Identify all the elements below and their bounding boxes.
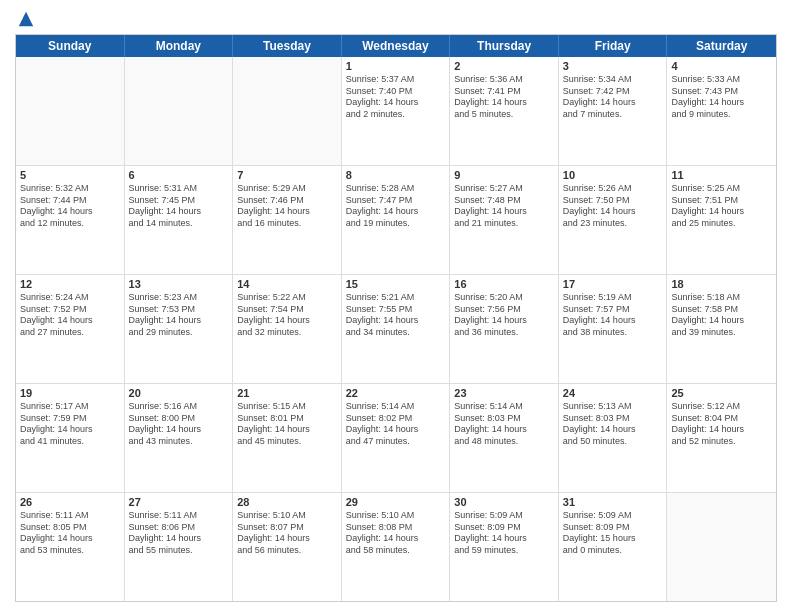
day-cell-17: 17Sunrise: 5:19 AM Sunset: 7:57 PM Dayli…: [559, 275, 668, 383]
day-number: 3: [563, 60, 663, 72]
cell-info: Sunrise: 5:10 AM Sunset: 8:07 PM Dayligh…: [237, 510, 337, 557]
day-number: 7: [237, 169, 337, 181]
day-cell-7: 7Sunrise: 5:29 AM Sunset: 7:46 PM Daylig…: [233, 166, 342, 274]
day-cell-3: 3Sunrise: 5:34 AM Sunset: 7:42 PM Daylig…: [559, 57, 668, 165]
day-number: 13: [129, 278, 229, 290]
cell-info: Sunrise: 5:24 AM Sunset: 7:52 PM Dayligh…: [20, 292, 120, 339]
cell-info: Sunrise: 5:29 AM Sunset: 7:46 PM Dayligh…: [237, 183, 337, 230]
day-number: 11: [671, 169, 772, 181]
cell-info: Sunrise: 5:16 AM Sunset: 8:00 PM Dayligh…: [129, 401, 229, 448]
day-cell-1: 1Sunrise: 5:37 AM Sunset: 7:40 PM Daylig…: [342, 57, 451, 165]
cell-info: Sunrise: 5:18 AM Sunset: 7:58 PM Dayligh…: [671, 292, 772, 339]
svg-marker-0: [19, 12, 33, 26]
day-cell-2: 2Sunrise: 5:36 AM Sunset: 7:41 PM Daylig…: [450, 57, 559, 165]
empty-cell: [667, 493, 776, 601]
day-number: 25: [671, 387, 772, 399]
day-number: 23: [454, 387, 554, 399]
day-cell-15: 15Sunrise: 5:21 AM Sunset: 7:55 PM Dayli…: [342, 275, 451, 383]
day-cell-5: 5Sunrise: 5:32 AM Sunset: 7:44 PM Daylig…: [16, 166, 125, 274]
cell-info: Sunrise: 5:22 AM Sunset: 7:54 PM Dayligh…: [237, 292, 337, 339]
cell-info: Sunrise: 5:27 AM Sunset: 7:48 PM Dayligh…: [454, 183, 554, 230]
day-cell-25: 25Sunrise: 5:12 AM Sunset: 8:04 PM Dayli…: [667, 384, 776, 492]
cell-info: Sunrise: 5:37 AM Sunset: 7:40 PM Dayligh…: [346, 74, 446, 121]
weekday-header-monday: Monday: [125, 35, 234, 57]
day-cell-4: 4Sunrise: 5:33 AM Sunset: 7:43 PM Daylig…: [667, 57, 776, 165]
cell-info: Sunrise: 5:15 AM Sunset: 8:01 PM Dayligh…: [237, 401, 337, 448]
day-number: 9: [454, 169, 554, 181]
cell-info: Sunrise: 5:33 AM Sunset: 7:43 PM Dayligh…: [671, 74, 772, 121]
weekday-header-thursday: Thursday: [450, 35, 559, 57]
day-cell-9: 9Sunrise: 5:27 AM Sunset: 7:48 PM Daylig…: [450, 166, 559, 274]
week-row-3: 12Sunrise: 5:24 AM Sunset: 7:52 PM Dayli…: [16, 275, 776, 384]
day-cell-26: 26Sunrise: 5:11 AM Sunset: 8:05 PM Dayli…: [16, 493, 125, 601]
header: [15, 10, 777, 28]
cell-info: Sunrise: 5:14 AM Sunset: 8:02 PM Dayligh…: [346, 401, 446, 448]
week-row-4: 19Sunrise: 5:17 AM Sunset: 7:59 PM Dayli…: [16, 384, 776, 493]
day-number: 6: [129, 169, 229, 181]
day-cell-19: 19Sunrise: 5:17 AM Sunset: 7:59 PM Dayli…: [16, 384, 125, 492]
cell-info: Sunrise: 5:12 AM Sunset: 8:04 PM Dayligh…: [671, 401, 772, 448]
day-cell-28: 28Sunrise: 5:10 AM Sunset: 8:07 PM Dayli…: [233, 493, 342, 601]
day-number: 21: [237, 387, 337, 399]
day-number: 20: [129, 387, 229, 399]
week-row-2: 5Sunrise: 5:32 AM Sunset: 7:44 PM Daylig…: [16, 166, 776, 275]
day-number: 22: [346, 387, 446, 399]
day-cell-22: 22Sunrise: 5:14 AM Sunset: 8:02 PM Dayli…: [342, 384, 451, 492]
day-cell-27: 27Sunrise: 5:11 AM Sunset: 8:06 PM Dayli…: [125, 493, 234, 601]
weekday-header-tuesday: Tuesday: [233, 35, 342, 57]
day-cell-14: 14Sunrise: 5:22 AM Sunset: 7:54 PM Dayli…: [233, 275, 342, 383]
day-cell-8: 8Sunrise: 5:28 AM Sunset: 7:47 PM Daylig…: [342, 166, 451, 274]
empty-cell: [125, 57, 234, 165]
day-cell-10: 10Sunrise: 5:26 AM Sunset: 7:50 PM Dayli…: [559, 166, 668, 274]
cell-info: Sunrise: 5:19 AM Sunset: 7:57 PM Dayligh…: [563, 292, 663, 339]
day-cell-30: 30Sunrise: 5:09 AM Sunset: 8:09 PM Dayli…: [450, 493, 559, 601]
day-cell-16: 16Sunrise: 5:20 AM Sunset: 7:56 PM Dayli…: [450, 275, 559, 383]
day-cell-18: 18Sunrise: 5:18 AM Sunset: 7:58 PM Dayli…: [667, 275, 776, 383]
empty-cell: [233, 57, 342, 165]
page: SundayMondayTuesdayWednesdayThursdayFrid…: [0, 0, 792, 612]
cell-info: Sunrise: 5:20 AM Sunset: 7:56 PM Dayligh…: [454, 292, 554, 339]
cell-info: Sunrise: 5:09 AM Sunset: 8:09 PM Dayligh…: [454, 510, 554, 557]
day-number: 30: [454, 496, 554, 508]
logo-icon: [17, 10, 35, 28]
day-cell-23: 23Sunrise: 5:14 AM Sunset: 8:03 PM Dayli…: [450, 384, 559, 492]
cell-info: Sunrise: 5:21 AM Sunset: 7:55 PM Dayligh…: [346, 292, 446, 339]
weekday-header-friday: Friday: [559, 35, 668, 57]
day-number: 18: [671, 278, 772, 290]
logo: [15, 10, 35, 28]
cell-info: Sunrise: 5:26 AM Sunset: 7:50 PM Dayligh…: [563, 183, 663, 230]
day-number: 2: [454, 60, 554, 72]
cell-info: Sunrise: 5:17 AM Sunset: 7:59 PM Dayligh…: [20, 401, 120, 448]
day-number: 19: [20, 387, 120, 399]
day-number: 8: [346, 169, 446, 181]
day-number: 16: [454, 278, 554, 290]
calendar-header: SundayMondayTuesdayWednesdayThursdayFrid…: [16, 35, 776, 57]
day-number: 1: [346, 60, 446, 72]
cell-info: Sunrise: 5:11 AM Sunset: 8:06 PM Dayligh…: [129, 510, 229, 557]
cell-info: Sunrise: 5:34 AM Sunset: 7:42 PM Dayligh…: [563, 74, 663, 121]
day-number: 24: [563, 387, 663, 399]
cell-info: Sunrise: 5:10 AM Sunset: 8:08 PM Dayligh…: [346, 510, 446, 557]
week-row-5: 26Sunrise: 5:11 AM Sunset: 8:05 PM Dayli…: [16, 493, 776, 601]
cell-info: Sunrise: 5:11 AM Sunset: 8:05 PM Dayligh…: [20, 510, 120, 557]
day-cell-24: 24Sunrise: 5:13 AM Sunset: 8:03 PM Dayli…: [559, 384, 668, 492]
day-cell-6: 6Sunrise: 5:31 AM Sunset: 7:45 PM Daylig…: [125, 166, 234, 274]
cell-info: Sunrise: 5:13 AM Sunset: 8:03 PM Dayligh…: [563, 401, 663, 448]
day-number: 12: [20, 278, 120, 290]
week-row-1: 1Sunrise: 5:37 AM Sunset: 7:40 PM Daylig…: [16, 57, 776, 166]
day-number: 5: [20, 169, 120, 181]
day-cell-29: 29Sunrise: 5:10 AM Sunset: 8:08 PM Dayli…: [342, 493, 451, 601]
calendar: SundayMondayTuesdayWednesdayThursdayFrid…: [15, 34, 777, 602]
day-cell-31: 31Sunrise: 5:09 AM Sunset: 8:09 PM Dayli…: [559, 493, 668, 601]
day-number: 17: [563, 278, 663, 290]
day-number: 29: [346, 496, 446, 508]
cell-info: Sunrise: 5:28 AM Sunset: 7:47 PM Dayligh…: [346, 183, 446, 230]
weekday-header-wednesday: Wednesday: [342, 35, 451, 57]
day-number: 4: [671, 60, 772, 72]
cell-info: Sunrise: 5:32 AM Sunset: 7:44 PM Dayligh…: [20, 183, 120, 230]
day-number: 28: [237, 496, 337, 508]
cell-info: Sunrise: 5:09 AM Sunset: 8:09 PM Dayligh…: [563, 510, 663, 557]
day-cell-13: 13Sunrise: 5:23 AM Sunset: 7:53 PM Dayli…: [125, 275, 234, 383]
weekday-header-sunday: Sunday: [16, 35, 125, 57]
weekday-header-saturday: Saturday: [667, 35, 776, 57]
